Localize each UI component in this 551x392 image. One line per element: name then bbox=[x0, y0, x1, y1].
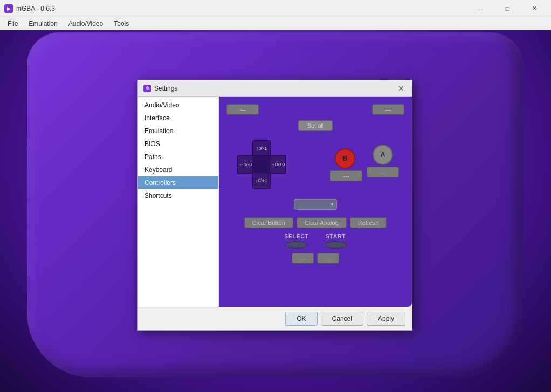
nav-bios[interactable]: BIOS bbox=[138, 137, 218, 150]
dialog-title: Settings bbox=[154, 85, 396, 92]
action-buttons: B --- A --- bbox=[330, 148, 399, 181]
app-icon: ▶ bbox=[4, 4, 13, 13]
a-button[interactable]: A bbox=[373, 145, 393, 165]
dialog-footer: OK Cancel Apply bbox=[138, 307, 412, 330]
dpad-up[interactable]: ↑0/-1 bbox=[252, 140, 271, 156]
ok-button[interactable]: OK bbox=[285, 312, 317, 326]
b-button[interactable]: B bbox=[335, 148, 355, 169]
dpad-down[interactable]: ↓0/+1 bbox=[252, 173, 271, 189]
start-button[interactable] bbox=[325, 241, 347, 249]
dialog-body: Audio/Video Interface Emulation BIOS Pat… bbox=[138, 97, 412, 307]
middle-controls: ↑0/-1 ←0/-0 →0/+0 ↓0/+1 bbox=[226, 137, 404, 191]
left-shoulder-button[interactable]: --- bbox=[226, 104, 259, 115]
menubar: File Emulation Audio/Video Tools bbox=[0, 17, 551, 30]
clear-analog-btn[interactable]: Clear Analog bbox=[297, 217, 347, 228]
clear-button-btn[interactable]: Clear Button bbox=[244, 217, 293, 228]
menu-audiovideo[interactable]: Audio/Video bbox=[63, 19, 109, 29]
set-all-row: Set all bbox=[298, 120, 333, 131]
nav-shortcuts[interactable]: Shortcuts bbox=[138, 189, 218, 202]
menu-file[interactable]: File bbox=[2, 19, 23, 29]
close-button[interactable]: ✕ bbox=[522, 2, 547, 15]
dialog-close-button[interactable]: ✕ bbox=[396, 83, 407, 94]
start-label: START bbox=[326, 233, 346, 239]
cancel-button[interactable]: Cancel bbox=[321, 312, 363, 326]
dropdown-row bbox=[294, 199, 337, 210]
dpad-left[interactable]: ←0/-0 bbox=[237, 155, 253, 174]
ab-buttons-row: B --- A --- bbox=[330, 148, 399, 181]
controller-panel: --- --- Set all ↑0/-1 ←0/-0 bbox=[219, 97, 412, 307]
nav-keyboard[interactable]: Keyboard bbox=[138, 163, 218, 176]
controller-select[interactable] bbox=[294, 199, 337, 210]
menu-tools[interactable]: Tools bbox=[108, 19, 134, 29]
maximize-button[interactable]: □ bbox=[495, 2, 520, 15]
top-buttons-row: --- --- bbox=[226, 104, 404, 115]
set-all-button[interactable]: Set all bbox=[298, 120, 333, 131]
refresh-btn[interactable]: Refresh bbox=[350, 217, 387, 228]
titlebar: ▶ mGBA - 0.6.3 ─ □ ✕ bbox=[0, 0, 551, 17]
nav-interface[interactable]: Interface bbox=[138, 112, 218, 125]
b-mapping[interactable]: --- bbox=[330, 170, 362, 181]
dpad: ↑0/-1 ←0/-0 →0/+0 ↓0/+1 bbox=[237, 140, 286, 189]
select-label: SELECT bbox=[284, 233, 308, 239]
select-start-area: SELECT START bbox=[226, 233, 404, 249]
window-controls: ─ □ ✕ bbox=[468, 2, 547, 15]
menu-emulation[interactable]: Emulation bbox=[23, 19, 63, 29]
nav-audiovideo[interactable]: Audio/Video bbox=[138, 99, 218, 112]
settings-dialog: ⚙ Settings ✕ Audio/Video Interface Emula… bbox=[137, 80, 412, 331]
mini-buttons-row: --- --- bbox=[292, 253, 339, 264]
dpad-container: ↑0/-1 ←0/-0 →0/+0 ↓0/+1 bbox=[226, 137, 297, 191]
app-title: mGBA - 0.6.3 bbox=[16, 5, 468, 12]
right-shoulder-button[interactable]: --- bbox=[372, 104, 404, 115]
dialog-titlebar: ⚙ Settings ✕ bbox=[138, 80, 412, 97]
a-mapping[interactable]: --- bbox=[367, 167, 399, 177]
dpad-center bbox=[252, 155, 271, 174]
controller-dropdown-wrapper bbox=[294, 199, 337, 210]
dialog-icon: ⚙ bbox=[143, 85, 151, 92]
select-mapping[interactable]: --- bbox=[292, 253, 314, 264]
nav-paths[interactable]: Paths bbox=[138, 150, 218, 163]
select-button[interactable] bbox=[286, 241, 307, 249]
nav-emulation[interactable]: Emulation bbox=[138, 125, 218, 137]
settings-nav: Audio/Video Interface Emulation BIOS Pat… bbox=[138, 97, 219, 307]
apply-button[interactable]: Apply bbox=[367, 312, 405, 326]
action-buttons-row: Clear Button Clear Analog Refresh bbox=[244, 217, 387, 228]
nav-controllers[interactable]: Controllers bbox=[138, 176, 218, 189]
start-mapping[interactable]: --- bbox=[317, 253, 339, 264]
minimize-button[interactable]: ─ bbox=[468, 2, 493, 15]
dpad-right[interactable]: →0/+0 bbox=[270, 155, 286, 174]
